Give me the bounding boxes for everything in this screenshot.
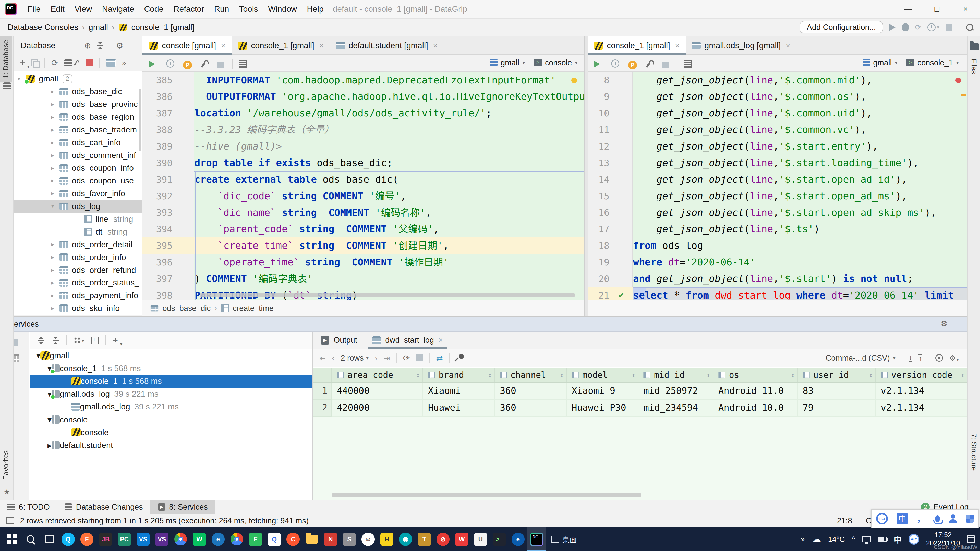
chevron-expanded-icon[interactable]: ▾	[48, 415, 52, 424]
refresh-icon[interactable]: ⟳	[51, 58, 58, 68]
tree-item-ods_order_detail[interactable]: ▸ods_order_detail	[14, 238, 142, 251]
taskbar-app-white-app[interactable]: U	[471, 527, 490, 551]
taskbar-app-browser[interactable]	[228, 527, 246, 551]
service-item-gmall.ods_log[interactable]: gmall.ods_log39 s 221 ms	[30, 400, 313, 413]
menu-tools[interactable]: Tools	[234, 0, 263, 18]
favorites-star-icon[interactable]: ★	[0, 487, 14, 496]
code-line-393[interactable]: 393 `dic_name` string COMMENT '编码名称',	[142, 205, 584, 221]
stop-icon[interactable]	[945, 24, 953, 31]
output-layout-icon[interactable]	[684, 60, 692, 68]
add-service-icon[interactable]: +	[113, 335, 118, 345]
code-line-14[interactable]: 14 get_json_object(line,'$.start.open_ad…	[588, 171, 967, 188]
chevron-collapsed-icon[interactable]: ▸	[51, 305, 59, 311]
page-size-dropdown[interactable]: 2 rows▾	[340, 354, 369, 362]
scrollbar-thumb[interactable]	[139, 89, 142, 151]
code-line-389[interactable]: 389--hive (gmall)>	[142, 138, 584, 155]
previous-page-icon[interactable]: ‹	[332, 354, 334, 362]
taskbar-app-vscode[interactable]: VS	[134, 527, 153, 551]
cell-os[interactable]: Android 10.0	[713, 400, 797, 416]
compare-icon[interactable]: ⇄	[436, 353, 443, 363]
column-header-os[interactable]: os↕	[713, 368, 797, 383]
tree-item-ods_base_dic[interactable]: ▸ods_base_dic	[14, 85, 142, 98]
tree-item-dt[interactable]: dtstring	[14, 225, 142, 238]
tab-console_1-gmall-[interactable]: console_1 [gmall]×	[587, 36, 686, 55]
breadcrumb-table[interactable]: ods_base_dic	[162, 304, 211, 313]
sidebar-tab-structure[interactable]: 7: Structure	[968, 430, 980, 475]
settings-wrench-icon[interactable]	[200, 60, 208, 68]
taskbar-app-hive-app[interactable]: H	[377, 527, 396, 551]
menu-edit[interactable]: Edit	[46, 0, 70, 18]
chevron-collapsed-icon[interactable]: ▸	[51, 127, 59, 133]
code-line-387[interactable]: 387location '/warehouse/gmall/ods/ods_ac…	[142, 105, 584, 121]
open-each-in-new-tab-icon[interactable]	[91, 337, 98, 344]
parameters-icon[interactable]: P	[183, 61, 192, 70]
cell-area_code[interactable]: 440000	[332, 383, 423, 400]
toolwindow-button-8-services[interactable]: ▶8: Services	[150, 500, 215, 514]
hide-panel-icon[interactable]: —	[129, 41, 137, 50]
stop-icon[interactable]	[416, 354, 423, 361]
cell-area_code[interactable]: 420000	[332, 400, 423, 416]
code-line-18[interactable]: 18from ods_log	[588, 237, 967, 254]
microphone-icon[interactable]	[935, 515, 940, 522]
chevron-expanded-icon[interactable]: ▾	[51, 203, 59, 210]
add-configuration-button[interactable]: Add Configuration...	[800, 21, 883, 33]
search-everywhere-icon[interactable]	[966, 23, 974, 32]
tab-console-gmall-[interactable]: console [gmall]×	[142, 36, 232, 55]
tab-default-student-gmall-[interactable]: default.student [gmall]×	[330, 36, 444, 55]
toolwindow-toggle-icon[interactable]	[6, 517, 14, 524]
service-item-default.student[interactable]: ▸default.student	[30, 439, 313, 451]
cell-version_code[interactable]: v2.1.134	[876, 383, 967, 400]
sort-icon[interactable]: ↕	[706, 372, 710, 379]
chevron-expanded-icon[interactable]: ▾	[36, 351, 40, 360]
tray-overflow-icon[interactable]: »	[801, 535, 805, 544]
tree-item-ods_order_info[interactable]: ▸ods_order_info	[14, 251, 142, 264]
chevron-collapsed-icon[interactable]: ▸	[51, 279, 59, 286]
tab-gmall-ods_log-gmall-[interactable]: gmall.ods_log [gmall]×	[686, 36, 796, 55]
code-line-396[interactable]: 396 `operate_time` string COMMENT '操作日期'	[142, 254, 584, 270]
taskbar-app-blocked-app[interactable]: ⊘	[434, 527, 452, 551]
profiler-dropdown[interactable]: ▾	[928, 23, 939, 32]
chevron-collapsed-icon[interactable]: ▸	[51, 292, 59, 299]
ime-account-icon[interactable]	[948, 514, 957, 523]
horizontal-scrollbar[interactable]	[332, 493, 641, 497]
temperature[interactable]: 14°C	[828, 535, 845, 544]
inspections-widget-error[interactable]	[956, 78, 961, 83]
session-switcher-right[interactable]: >console_1▾	[906, 58, 959, 67]
add-datasource-icon[interactable]: +	[20, 58, 25, 68]
service-item-gmall.ods_log[interactable]: ▾gmall.ods_log39 s 221 ms	[30, 387, 313, 400]
service-item-console_1[interactable]: ▾console_11 s 568 ms	[30, 362, 313, 375]
cell-brand[interactable]: Huawei	[423, 400, 495, 416]
sort-icon[interactable]: ↕	[791, 372, 795, 379]
row-number[interactable]: 1	[313, 383, 332, 400]
taskbar-app-qq[interactable]: Q	[59, 527, 77, 551]
cell-model[interactable]: Xiaomi 9	[567, 383, 638, 400]
column-header-area_code[interactable]: area_code↕	[332, 368, 423, 383]
stop-icon[interactable]	[218, 62, 224, 68]
cell-mid_id[interactable]: mid_234594	[638, 400, 713, 416]
menu-run[interactable]: Run	[209, 0, 234, 18]
breadcrumb-item[interactable]: console_1 [gmall]	[131, 22, 194, 32]
chevron-collapsed-icon[interactable]: ▸	[51, 267, 59, 273]
close-icon[interactable]: ×	[675, 41, 679, 50]
chevron-collapsed-icon[interactable]: ▸	[51, 152, 59, 159]
taskbar-app-everything-search[interactable]: Q	[265, 527, 283, 551]
sort-icon[interactable]: ↕	[416, 372, 420, 379]
sort-icon[interactable]: ↕	[869, 372, 873, 379]
taskbar-app-chrome[interactable]	[171, 527, 190, 551]
tree-item-ods_order_refund[interactable]: ▸ods_order_refund	[14, 264, 142, 276]
ime-indicator[interactable]: 中	[894, 534, 902, 545]
code-line-13[interactable]: 13 get_json_object(line,'$.start.loading…	[588, 155, 967, 171]
action-center-icon[interactable]	[967, 535, 975, 543]
jump-to-console-icon[interactable]	[64, 59, 80, 67]
service-item-console[interactable]: ▾console	[30, 413, 313, 426]
code-line-20[interactable]: 20and get_json_object(line,'$.start') is…	[588, 270, 967, 287]
reload-icon[interactable]: ⟳	[403, 353, 410, 363]
export-format-dropdown[interactable]: Comma-...d (CSV)▾	[826, 354, 896, 362]
code-line-19[interactable]: 19where dt='2020-06-14'	[588, 254, 967, 270]
tree-item-gmall[interactable]: ▾gmall2	[14, 73, 142, 85]
code-line-388[interactable]: 388--3.3.23 编码字典表（全量）	[142, 121, 584, 138]
taskbar-desktop-button[interactable]: 桌面	[546, 527, 582, 551]
taskbar-app-wechat[interactable]: W	[190, 527, 208, 551]
close-button[interactable]: ×	[951, 0, 980, 18]
cell-user_id[interactable]: 83	[798, 383, 876, 400]
